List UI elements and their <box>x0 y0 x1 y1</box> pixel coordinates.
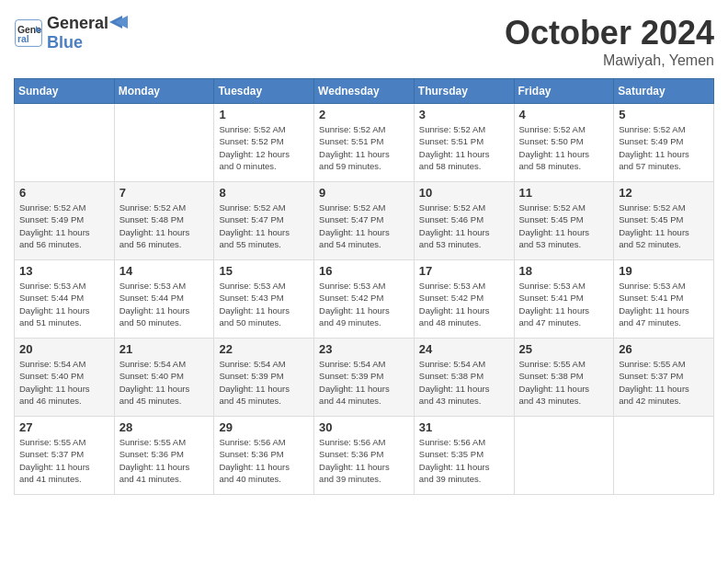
calendar-cell: 16Sunrise: 5:53 AM Sunset: 5:42 PM Dayli… <box>314 260 415 339</box>
day-number: 18 <box>519 264 609 278</box>
calendar-cell: 31Sunrise: 5:56 AM Sunset: 5:35 PM Dayli… <box>414 417 514 495</box>
day-number: 1 <box>219 108 309 121</box>
column-header-sunday: Sunday <box>15 79 115 104</box>
day-info: Sunrise: 5:52 AM Sunset: 5:45 PM Dayligh… <box>519 201 609 250</box>
day-info: Sunrise: 5:54 AM Sunset: 5:38 PM Dayligh… <box>419 358 509 407</box>
calendar-cell: 20Sunrise: 5:54 AM Sunset: 5:40 PM Dayli… <box>15 339 115 417</box>
day-info: Sunrise: 5:53 AM Sunset: 5:41 PM Dayligh… <box>619 280 709 328</box>
day-number: 14 <box>119 264 210 278</box>
day-number: 21 <box>119 342 210 356</box>
day-info: Sunrise: 5:52 AM Sunset: 5:50 PM Dayligh… <box>519 123 609 172</box>
logo-icon: Gene ral <box>14 18 43 48</box>
calendar-cell: 12Sunrise: 5:52 AM Sunset: 5:45 PM Dayli… <box>614 182 714 260</box>
calendar-week-row: 1Sunrise: 5:52 AM Sunset: 5:52 PM Daylig… <box>15 104 714 182</box>
calendar-cell <box>15 104 115 182</box>
logo: Gene ral General Blue <box>14 14 128 52</box>
day-number: 31 <box>419 420 509 434</box>
calendar-table: SundayMondayTuesdayWednesdayThursdayFrid… <box>14 78 714 495</box>
title-section: October 2024 Mawiyah, Yemen <box>505 14 714 69</box>
day-info: Sunrise: 5:55 AM Sunset: 5:37 PM Dayligh… <box>619 358 709 407</box>
day-info: Sunrise: 5:56 AM Sunset: 5:36 PM Dayligh… <box>219 436 309 485</box>
day-number: 23 <box>319 342 409 356</box>
logo-arrow-icon <box>109 16 128 29</box>
location: Mawiyah, Yemen <box>505 52 714 69</box>
day-number: 30 <box>319 420 409 434</box>
day-info: Sunrise: 5:52 AM Sunset: 5:52 PM Dayligh… <box>219 123 309 172</box>
calendar-cell: 4Sunrise: 5:52 AM Sunset: 5:50 PM Daylig… <box>514 104 614 182</box>
day-info: Sunrise: 5:54 AM Sunset: 5:39 PM Dayligh… <box>219 358 309 407</box>
day-info: Sunrise: 5:52 AM Sunset: 5:49 PM Dayligh… <box>19 201 109 250</box>
day-info: Sunrise: 5:55 AM Sunset: 5:37 PM Dayligh… <box>19 436 109 485</box>
day-info: Sunrise: 5:52 AM Sunset: 5:51 PM Dayligh… <box>419 123 509 172</box>
month-title: October 2024 <box>505 14 714 52</box>
day-info: Sunrise: 5:54 AM Sunset: 5:39 PM Dayligh… <box>319 358 409 407</box>
day-number: 13 <box>19 264 109 278</box>
calendar-cell: 14Sunrise: 5:53 AM Sunset: 5:44 PM Dayli… <box>114 260 214 339</box>
calendar-cell: 2Sunrise: 5:52 AM Sunset: 5:51 PM Daylig… <box>314 104 415 182</box>
svg-text:ral: ral <box>17 34 29 44</box>
day-number: 29 <box>219 420 309 434</box>
day-number: 3 <box>419 108 509 121</box>
calendar-cell: 3Sunrise: 5:52 AM Sunset: 5:51 PM Daylig… <box>414 104 514 182</box>
calendar-cell: 11Sunrise: 5:52 AM Sunset: 5:45 PM Dayli… <box>514 182 614 260</box>
day-info: Sunrise: 5:52 AM Sunset: 5:47 PM Dayligh… <box>319 201 409 250</box>
day-info: Sunrise: 5:53 AM Sunset: 5:41 PM Dayligh… <box>519 280 609 328</box>
day-number: 6 <box>19 186 109 200</box>
day-number: 27 <box>19 420 109 434</box>
day-number: 17 <box>419 264 509 278</box>
day-info: Sunrise: 5:53 AM Sunset: 5:42 PM Dayligh… <box>319 280 409 328</box>
day-number: 2 <box>319 108 409 121</box>
calendar-week-row: 20Sunrise: 5:54 AM Sunset: 5:40 PM Dayli… <box>15 339 714 417</box>
calendar-cell: 15Sunrise: 5:53 AM Sunset: 5:43 PM Dayli… <box>214 260 314 339</box>
calendar-cell <box>514 417 614 495</box>
day-info: Sunrise: 5:53 AM Sunset: 5:42 PM Dayligh… <box>419 280 509 328</box>
day-info: Sunrise: 5:56 AM Sunset: 5:36 PM Dayligh… <box>319 436 409 485</box>
day-number: 12 <box>619 186 709 200</box>
logo-text-general: General <box>47 14 108 33</box>
calendar-cell: 24Sunrise: 5:54 AM Sunset: 5:38 PM Dayli… <box>414 339 514 417</box>
day-info: Sunrise: 5:53 AM Sunset: 5:43 PM Dayligh… <box>219 280 309 328</box>
column-header-wednesday: Wednesday <box>314 79 415 104</box>
calendar-cell: 21Sunrise: 5:54 AM Sunset: 5:40 PM Dayli… <box>114 339 214 417</box>
day-number: 19 <box>619 264 709 278</box>
day-number: 16 <box>319 264 409 278</box>
day-info: Sunrise: 5:52 AM Sunset: 5:51 PM Dayligh… <box>319 123 409 172</box>
day-number: 5 <box>619 108 709 121</box>
day-number: 24 <box>419 342 509 356</box>
day-number: 4 <box>519 108 609 121</box>
day-info: Sunrise: 5:52 AM Sunset: 5:49 PM Dayligh… <box>619 123 709 172</box>
day-info: Sunrise: 5:54 AM Sunset: 5:40 PM Dayligh… <box>19 358 109 407</box>
day-number: 20 <box>19 342 109 356</box>
day-number: 26 <box>619 342 709 356</box>
day-info: Sunrise: 5:56 AM Sunset: 5:35 PM Dayligh… <box>419 436 509 485</box>
calendar-week-row: 6Sunrise: 5:52 AM Sunset: 5:49 PM Daylig… <box>15 182 714 260</box>
day-info: Sunrise: 5:53 AM Sunset: 5:44 PM Dayligh… <box>19 280 109 328</box>
column-header-thursday: Thursday <box>414 79 514 104</box>
day-number: 28 <box>119 420 210 434</box>
calendar-body: 1Sunrise: 5:52 AM Sunset: 5:52 PM Daylig… <box>15 104 714 495</box>
column-header-saturday: Saturday <box>614 79 714 104</box>
day-number: 25 <box>519 342 609 356</box>
day-info: Sunrise: 5:55 AM Sunset: 5:38 PM Dayligh… <box>519 358 609 407</box>
calendar-cell: 19Sunrise: 5:53 AM Sunset: 5:41 PM Dayli… <box>614 260 714 339</box>
calendar-cell: 18Sunrise: 5:53 AM Sunset: 5:41 PM Dayli… <box>514 260 614 339</box>
day-info: Sunrise: 5:54 AM Sunset: 5:40 PM Dayligh… <box>119 358 210 407</box>
day-info: Sunrise: 5:52 AM Sunset: 5:47 PM Dayligh… <box>219 201 309 250</box>
calendar-week-row: 27Sunrise: 5:55 AM Sunset: 5:37 PM Dayli… <box>15 417 714 495</box>
calendar-cell: 6Sunrise: 5:52 AM Sunset: 5:49 PM Daylig… <box>15 182 115 260</box>
logo-text-blue: Blue <box>47 33 128 52</box>
column-header-monday: Monday <box>114 79 214 104</box>
calendar-cell: 29Sunrise: 5:56 AM Sunset: 5:36 PM Dayli… <box>214 417 314 495</box>
calendar-cell: 10Sunrise: 5:52 AM Sunset: 5:46 PM Dayli… <box>414 182 514 260</box>
calendar-cell: 1Sunrise: 5:52 AM Sunset: 5:52 PM Daylig… <box>214 104 314 182</box>
column-header-tuesday: Tuesday <box>214 79 314 104</box>
calendar-cell <box>114 104 214 182</box>
calendar-cell: 25Sunrise: 5:55 AM Sunset: 5:38 PM Dayli… <box>514 339 614 417</box>
calendar-cell: 26Sunrise: 5:55 AM Sunset: 5:37 PM Dayli… <box>614 339 714 417</box>
calendar-week-row: 13Sunrise: 5:53 AM Sunset: 5:44 PM Dayli… <box>15 260 714 339</box>
page-header: Gene ral General Blue October 2024 Mawiy… <box>14 14 714 69</box>
calendar-cell: 7Sunrise: 5:52 AM Sunset: 5:48 PM Daylig… <box>114 182 214 260</box>
day-number: 22 <box>219 342 309 356</box>
day-info: Sunrise: 5:53 AM Sunset: 5:44 PM Dayligh… <box>119 280 210 328</box>
day-info: Sunrise: 5:52 AM Sunset: 5:48 PM Dayligh… <box>119 201 210 250</box>
